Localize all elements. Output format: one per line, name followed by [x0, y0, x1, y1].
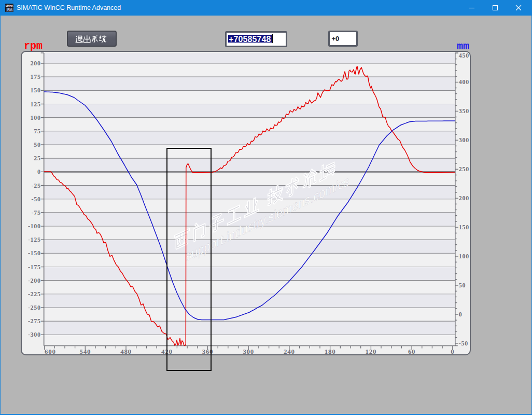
svg-text:100: 100: [459, 253, 469, 260]
svg-text:-275: -275: [28, 317, 41, 325]
svg-text:25: 25: [34, 155, 40, 162]
svg-text:150: 150: [31, 87, 41, 94]
svg-text:450: 450: [459, 52, 469, 59]
svg-text:120: 120: [366, 348, 377, 355]
svg-text:180: 180: [325, 348, 336, 355]
svg-text:250: 250: [459, 165, 469, 173]
svg-text:60: 60: [408, 348, 415, 355]
svg-text:-100: -100: [28, 223, 41, 230]
svg-text:600: 600: [45, 348, 56, 355]
svg-text:0: 0: [37, 168, 41, 175]
svg-text:-75: -75: [32, 209, 41, 216]
svg-text:-150: -150: [28, 250, 41, 257]
svg-text:200: 200: [459, 195, 469, 202]
svg-text:300: 300: [243, 348, 254, 355]
svg-text:-300: -300: [28, 331, 41, 338]
svg-text:50: 50: [34, 141, 40, 148]
svg-text:300: 300: [459, 136, 469, 144]
svg-text:400: 400: [459, 78, 469, 86]
svg-text:50: 50: [459, 282, 466, 289]
svg-text:0: 0: [459, 311, 463, 318]
svg-text:-200: -200: [28, 277, 41, 284]
svg-text:-250: -250: [28, 304, 41, 311]
svg-text:150: 150: [459, 224, 469, 231]
svg-text:75: 75: [34, 128, 40, 135]
svg-text:-50: -50: [459, 340, 468, 347]
svg-text:-125: -125: [28, 236, 41, 243]
svg-text:-50: -50: [32, 196, 41, 203]
svg-text:-25: -25: [32, 182, 41, 189]
svg-text:100: 100: [31, 114, 41, 121]
svg-text:125: 125: [31, 101, 41, 108]
svg-text:480: 480: [120, 348, 132, 355]
svg-text:240: 240: [284, 348, 295, 355]
svg-text:175: 175: [31, 73, 41, 80]
svg-text:350: 350: [459, 107, 469, 115]
svg-text:-175: -175: [28, 264, 41, 271]
svg-text:540: 540: [79, 348, 91, 355]
svg-text:200: 200: [31, 60, 41, 67]
svg-text:0: 0: [451, 348, 454, 355]
svg-text:-225: -225: [28, 290, 41, 298]
